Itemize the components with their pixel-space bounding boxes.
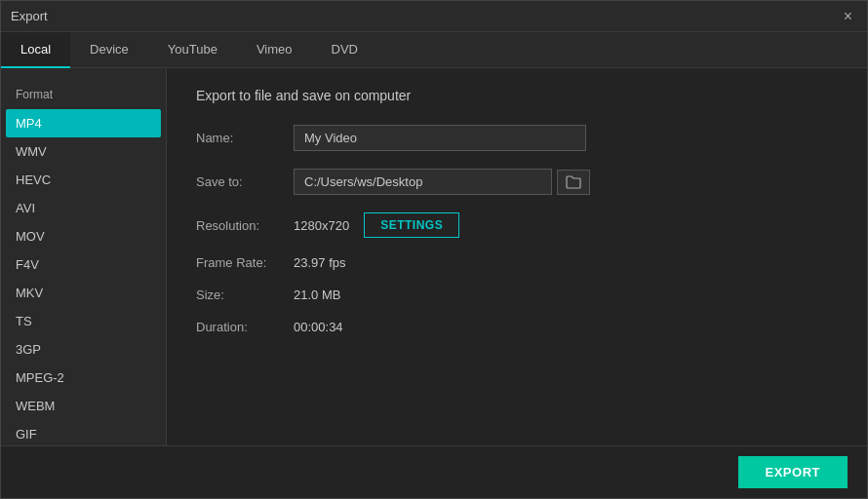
- browse-folder-button[interactable]: [557, 170, 590, 195]
- format-sidebar: Format MP4 WMV HEVC AVI MOV F4V MKV TS 3…: [1, 68, 167, 445]
- path-row: [294, 169, 590, 195]
- sidebar-item-mpeg2[interactable]: MPEG-2: [1, 364, 166, 392]
- content-area: Format MP4 WMV HEVC AVI MOV F4V MKV TS 3…: [1, 68, 867, 445]
- export-window: Export × Local Device YouTube Vimeo DVD …: [0, 0, 868, 499]
- title-bar: Export ×: [1, 1, 867, 32]
- tab-local[interactable]: Local: [1, 32, 70, 68]
- settings-button[interactable]: SETTINGS: [364, 212, 459, 238]
- sidebar-item-ts[interactable]: TS: [1, 307, 166, 335]
- saveto-row: Save to:: [196, 169, 838, 195]
- duration-value: 00:00:34: [294, 320, 343, 334]
- name-row: Name:: [196, 125, 838, 151]
- name-label: Name:: [196, 131, 294, 145]
- export-button[interactable]: EXPORT: [738, 456, 848, 488]
- panel-title: Export to file and save on computer: [196, 88, 838, 103]
- framerate-label: Frame Rate:: [196, 255, 294, 270]
- sidebar-item-f4v[interactable]: F4V: [1, 250, 166, 279]
- tab-dvd[interactable]: DVD: [312, 32, 377, 68]
- close-button[interactable]: ×: [839, 7, 857, 26]
- framerate-value: 23.97 fps: [294, 255, 346, 270]
- sidebar-item-mkv[interactable]: MKV: [1, 279, 166, 307]
- tab-bar: Local Device YouTube Vimeo DVD: [1, 32, 867, 68]
- sidebar-item-3gp[interactable]: 3GP: [1, 335, 166, 364]
- resolution-label: Resolution:: [196, 218, 294, 233]
- sidebar-item-avi[interactable]: AVI: [1, 194, 166, 222]
- sidebar-item-mp4[interactable]: MP4: [6, 109, 161, 137]
- format-section-label: Format: [1, 83, 166, 109]
- tab-device[interactable]: Device: [70, 32, 148, 68]
- framerate-row: Frame Rate: 23.97 fps: [196, 255, 838, 270]
- saveto-label: Save to:: [196, 174, 294, 189]
- sidebar-item-mov[interactable]: MOV: [1, 222, 166, 250]
- name-input[interactable]: [294, 125, 586, 151]
- resolution-value-row: 1280x720 SETTINGS: [294, 212, 459, 238]
- window-title: Export: [11, 9, 48, 23]
- main-panel: Export to file and save on computer Name…: [167, 68, 867, 445]
- resolution-row: Resolution: 1280x720 SETTINGS: [196, 212, 838, 238]
- duration-row: Duration: 00:00:34: [196, 320, 838, 334]
- footer: EXPORT: [1, 445, 867, 498]
- saveto-input[interactable]: [294, 169, 552, 195]
- size-label: Size:: [196, 288, 294, 302]
- tab-vimeo[interactable]: Vimeo: [237, 32, 312, 68]
- size-value: 21.0 MB: [294, 288, 340, 302]
- sidebar-item-hevc[interactable]: HEVC: [1, 166, 166, 194]
- size-row: Size: 21.0 MB: [196, 288, 838, 302]
- sidebar-item-webm[interactable]: WEBM: [1, 392, 166, 420]
- folder-icon: [566, 175, 581, 189]
- resolution-value: 1280x720: [294, 218, 349, 233]
- sidebar-item-gif[interactable]: GIF: [1, 420, 166, 445]
- duration-label: Duration:: [196, 320, 294, 334]
- sidebar-item-wmv[interactable]: WMV: [1, 137, 166, 166]
- tab-youtube[interactable]: YouTube: [148, 32, 237, 68]
